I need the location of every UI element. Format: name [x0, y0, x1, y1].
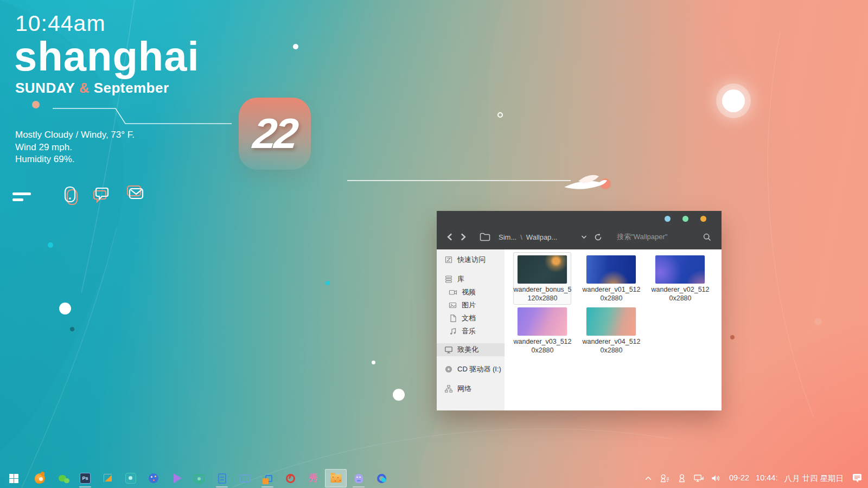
window-buttons	[665, 216, 706, 222]
taskbar-app-quark-browser[interactable]	[370, 468, 393, 488]
sidebar-item-monitor[interactable]: 致美化	[437, 343, 505, 356]
taskbar-app-screenshot-tool[interactable]	[97, 468, 119, 488]
widget-day: SUNDAY	[15, 80, 75, 96]
taskbar-app-cheetah-browser[interactable]	[28, 468, 51, 488]
taskbar-app-wechat[interactable]	[51, 468, 74, 488]
mail-icon[interactable]	[127, 186, 143, 198]
close-button[interactable]	[700, 216, 706, 222]
window-header: Sim... \ Wallpap... 搜索"Wallpaper"	[437, 211, 722, 249]
file-item[interactable]: wanderer_bonus_5120x2880	[518, 255, 567, 303]
paint-palette-icon	[149, 473, 158, 483]
navigation-bar: Sim... \ Wallpap... 搜索"Wallpaper"	[437, 226, 722, 248]
taskbar-app-ghost-app[interactable]	[347, 468, 370, 488]
taskbar-app-photoshop[interactable]: Ps	[74, 468, 97, 488]
decor-dot	[497, 112, 503, 118]
sidebar-item-music[interactable]: 音乐	[437, 325, 505, 338]
sidebar-item-label: 图片	[462, 300, 476, 310]
file-thumbnail	[586, 255, 636, 284]
weather-line-1: Mostly Cloudy / Windy, 73° F.	[15, 129, 135, 142]
sidebar-item-quick-access[interactable]: 快速访问	[437, 253, 505, 266]
clock-time: 10:44:	[756, 473, 777, 484]
qq-messages-icon[interactable]	[660, 473, 671, 484]
taskbar-clock[interactable]: 09-22 10:44: 八月 廿四 星期日	[729, 473, 844, 484]
chevron-up-icon[interactable]	[643, 473, 654, 484]
search-icon[interactable]	[700, 233, 714, 241]
weather-line-2: Wind 29 mph.	[15, 142, 135, 154]
cheetah-browser-icon	[35, 473, 45, 484]
quick-access-icon	[444, 255, 453, 264]
desktop: 10:44am shanghai SUNDAY & September Most…	[0, 0, 868, 488]
sidebar-item-documents[interactable]: 文档	[437, 312, 505, 325]
taskbar-app-photos[interactable]	[119, 468, 142, 488]
widget-day-row: SUNDAY & September	[15, 80, 169, 97]
back-button[interactable]	[442, 233, 456, 241]
taskbar: Ps>_秀 09-22 10:44: 八月 廿四 星期日	[0, 468, 868, 488]
widget-ampersand: &	[79, 80, 90, 96]
system-tray: 09-22 10:44: 八月 廿四 星期日	[643, 468, 863, 488]
volume-icon[interactable]	[710, 473, 721, 484]
taskbar-app-display-tool[interactable]	[188, 468, 210, 488]
start-button[interactable]	[3, 468, 24, 488]
sidebar-item-cd-drive[interactable]: CD 驱动器 (I:)	[437, 363, 505, 376]
decor-dot	[730, 335, 735, 339]
sidebar-item-label: 致美化	[457, 345, 478, 355]
sidebar-item-label: 音乐	[462, 326, 476, 336]
file-list-area: wanderer_bonus_5120x2880wanderer_v01_512…	[505, 249, 722, 410]
screenshot-tool-icon	[103, 473, 113, 483]
forward-button[interactable]	[456, 233, 470, 241]
music-icon	[449, 327, 457, 336]
network-tray-icon[interactable]	[693, 473, 704, 484]
notes-clipboard-icon	[218, 473, 226, 484]
search-input[interactable]: 搜索"Wallpaper"	[617, 232, 667, 242]
sidebar-item-libraries[interactable]: 库	[437, 273, 505, 286]
file-explorer-icon	[330, 474, 342, 483]
taskbar-app-meitu-xiuxiu[interactable]: 秀	[302, 468, 324, 488]
decor-dot	[48, 242, 53, 248]
decor-dot	[70, 327, 74, 331]
breadcrumb-current[interactable]: Wallpap...	[526, 233, 557, 241]
phone-icon[interactable]	[65, 187, 77, 204]
taskbar-app-file-explorer[interactable]	[324, 468, 347, 488]
minimize-button[interactable]	[665, 216, 671, 222]
photos-icon	[125, 473, 136, 484]
action-center-icon[interactable]	[852, 473, 863, 484]
file-name: wanderer_v04_5120x2880	[581, 338, 642, 355]
file-item[interactable]: wanderer_v02_5120x2880	[655, 255, 705, 303]
refresh-icon[interactable]	[591, 233, 605, 241]
menu-icon[interactable]	[12, 192, 31, 201]
sidebar-item-label: CD 驱动器 (I:)	[457, 364, 501, 374]
wechat-icon	[59, 475, 66, 481]
taskbar-app-media-player[interactable]	[165, 468, 188, 488]
cd-drive-icon	[444, 365, 453, 374]
taskbar-app-notes-clipboard[interactable]	[210, 468, 233, 488]
decor-dot	[326, 281, 330, 285]
date-tile: 22	[239, 98, 311, 170]
taskbar-apps: Ps>_秀	[28, 468, 393, 488]
taskbar-app-snipaste[interactable]	[256, 468, 279, 488]
decor-dot	[59, 303, 71, 314]
file-thumbnail	[586, 307, 636, 336]
windows-logo-icon	[9, 474, 18, 483]
sidebar-item-videos[interactable]: 视频	[437, 286, 505, 299]
sidebar-item-label: 网络	[457, 384, 471, 394]
chat-icon[interactable]	[94, 188, 108, 202]
file-item[interactable]: wanderer_v03_5120x2880	[518, 307, 567, 355]
sidebar-item-label: 文档	[462, 313, 476, 323]
taskbar-app-terminal[interactable]: >_	[233, 468, 256, 488]
maximize-button[interactable]	[682, 216, 688, 222]
breadcrumb-parent[interactable]: Sim...	[499, 233, 516, 241]
address-dropdown-icon[interactable]	[577, 235, 591, 239]
sidebar-item-pictures[interactable]: 图片	[437, 299, 505, 312]
snipaste-icon	[265, 475, 272, 482]
sidebar-item-label: 库	[457, 274, 464, 284]
taskbar-app-paint-palette[interactable]	[142, 468, 165, 488]
sun-decor	[722, 89, 745, 112]
decor-dot	[293, 44, 298, 49]
file-item[interactable]: wanderer_v01_5120x2880	[586, 255, 636, 303]
qq-icon[interactable]	[676, 473, 687, 484]
taskbar-app-netease-music[interactable]	[279, 468, 302, 488]
file-item[interactable]: wanderer_v04_5120x2880	[586, 307, 636, 355]
file-name: wanderer_v02_5120x2880	[650, 286, 711, 303]
widget-weather: Mostly Cloudy / Windy, 73° F. Wind 29 mp…	[15, 129, 135, 166]
sidebar-item-network[interactable]: 网络	[437, 382, 505, 395]
